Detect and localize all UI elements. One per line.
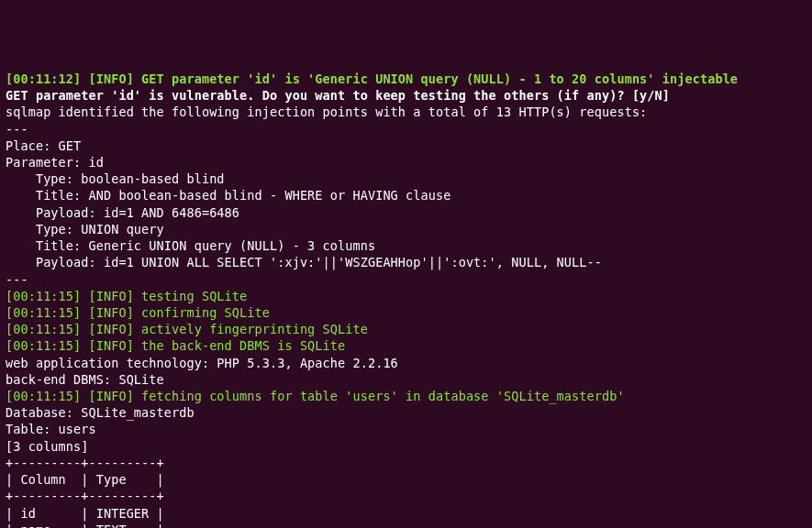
output-parameter: Parameter: id [6,154,806,170]
output-database: Database: SQLite_masterdb [6,404,806,421]
log-info-fetching-columns: [00:11:15] [INFO] fetching columns for t… [6,388,806,404]
output-sqlmap-identified: sqlmap identified the following injectio… [6,104,806,120]
output-place: Place: GET [6,138,806,154]
log-info-fingerprinting: [00:11:15] [INFO] actively fingerprintin… [6,321,806,337]
output-payload-union: Payload: id=1 UNION ALL SELECT ':xjv:'||… [6,254,806,270]
table-row: | id | INTEGER | [6,505,806,522]
log-info-testing-sqlite: [00:11:15] [INFO] testing SQLite [6,288,806,304]
table-header: | Column | Type | [6,471,806,488]
table-border: +---------+---------+ [6,488,806,504]
output-columns-count: [3 columns] [6,438,806,455]
table-border: +---------+---------+ [6,455,806,471]
separator: --- [6,121,806,138]
terminal-output: [00:11:12] [INFO] GET parameter 'id' is … [6,71,806,528]
output-web-tech: web application technology: PHP 5.3.3, A… [6,355,806,371]
output-type-union: Type: UNION query [6,221,806,237]
output-payload-boolean: Payload: id=1 AND 6486=6486 [6,204,806,221]
output-backend-dbms: back-end DBMS: SQLite [6,371,806,388]
output-type-boolean: Type: boolean-based blind [6,170,806,187]
log-info-injectable: [00:11:12] [INFO] GET parameter 'id' is … [6,71,806,87]
table-row: | name | TEXT | [6,522,806,528]
output-table: Table: users [6,421,806,437]
separator: --- [6,271,806,288]
prompt-vulnerable: GET parameter 'id' is vulnerable. Do you… [6,87,806,104]
log-info-backend-dbms: [00:11:15] [INFO] the back-end DBMS is S… [6,337,806,354]
output-title-union: Title: Generic UNION query (NULL) - 3 co… [6,237,806,254]
output-title-boolean: Title: AND boolean-based blind - WHERE o… [6,187,806,204]
log-info-confirming-sqlite: [00:11:15] [INFO] confirming SQLite [6,304,806,321]
